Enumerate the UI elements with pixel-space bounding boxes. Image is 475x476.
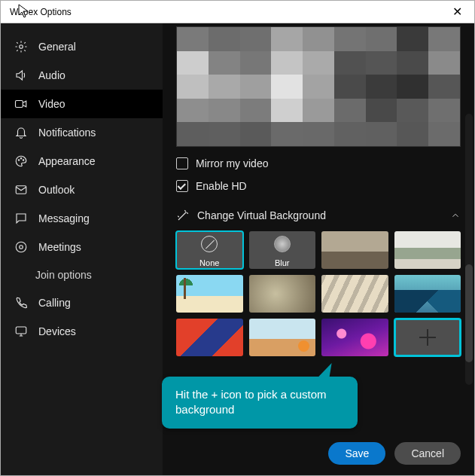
- sidebar-item-audio[interactable]: Audio: [1, 61, 163, 90]
- sidebar-item-label: Outlook: [38, 184, 75, 196]
- tile-caption: None: [176, 258, 243, 267]
- scrollbar[interactable]: [465, 114, 473, 385]
- dialog-footer: Save Cancel: [328, 442, 461, 465]
- sidebar-item-label: Video: [38, 98, 65, 110]
- bg-tile-abstract-red[interactable]: [176, 319, 243, 356]
- palette-icon: [14, 154, 28, 168]
- sidebar-item-label: Devices: [38, 325, 76, 337]
- bg-tile-none[interactable]: None: [176, 231, 243, 269]
- sidebar-item-label: General: [38, 41, 76, 53]
- options-window: Webex Options ✕ General Audio Video Noti…: [0, 0, 475, 476]
- bg-tile-soft-blur[interactable]: [249, 275, 316, 313]
- window-close-button[interactable]: ✕: [448, 5, 467, 19]
- sidebar-item-meetings[interactable]: Meetings: [1, 233, 163, 261]
- svg-point-0: [20, 45, 23, 49]
- sidebar-item-join-options[interactable]: Join options: [1, 261, 163, 288]
- svg-rect-1: [16, 101, 23, 108]
- mirror-video-option[interactable]: Mirror my video: [176, 157, 461, 169]
- sidebar-item-label: Audio: [38, 69, 65, 81]
- mail-icon: [14, 183, 28, 197]
- sidebar-item-appearance[interactable]: Appearance: [1, 147, 163, 175]
- plus-icon: [419, 329, 436, 346]
- bg-tile-add-custom[interactable]: [394, 319, 461, 356]
- sidebar-item-notifications[interactable]: Notifications: [1, 118, 163, 147]
- video-preview: [176, 26, 461, 147]
- mirror-video-label: Mirror my video: [196, 157, 268, 169]
- sidebar-item-outlook[interactable]: Outlook: [1, 175, 163, 204]
- svg-point-2: [18, 160, 20, 161]
- svg-rect-5: [16, 186, 26, 194]
- titlebar: Webex Options ✕: [1, 1, 474, 23]
- chat-icon: [14, 212, 28, 225]
- sidebar-item-label: Messaging: [38, 212, 90, 224]
- meetings-icon: [14, 240, 28, 254]
- monitor-icon: [14, 325, 28, 338]
- bg-tile-window-light[interactable]: [321, 275, 388, 313]
- bg-tile-mountains[interactable]: [394, 275, 461, 313]
- svg-point-6: [16, 242, 26, 252]
- svg-point-7: [20, 246, 23, 249]
- enable-hd-label: Enable HD: [196, 180, 247, 192]
- sidebar-item-label: Meetings: [38, 241, 81, 253]
- sidebar-item-messaging[interactable]: Messaging: [1, 204, 163, 233]
- enable-hd-option[interactable]: Enable HD: [176, 180, 461, 192]
- bg-tile-beach[interactable]: [176, 275, 243, 313]
- sidebar-item-label: Appearance: [38, 155, 96, 167]
- sidebar-item-video[interactable]: Video: [1, 90, 163, 118]
- cancel-button[interactable]: Cancel: [394, 442, 461, 465]
- bg-tile-office[interactable]: [321, 231, 388, 269]
- cursor-icon: [18, 4, 30, 22]
- phone-icon: [14, 296, 28, 310]
- none-icon: [201, 236, 218, 252]
- checkbox-icon[interactable]: [176, 180, 188, 192]
- tooltip-callout: Hit the + icon to pick a custom backgrou…: [162, 377, 358, 429]
- sidebar-item-label: Calling: [38, 297, 71, 309]
- bell-icon: [14, 126, 28, 139]
- tile-caption: Blur: [249, 258, 316, 267]
- virtual-background-header[interactable]: Change Virtual Background: [176, 209, 461, 228]
- section-label: Change Virtual Background: [197, 209, 326, 221]
- callout-text: Hit the + icon to pick a custom backgrou…: [175, 388, 327, 416]
- svg-point-4: [23, 160, 24, 161]
- pixelated-preview: [176, 26, 461, 147]
- svg-rect-8: [16, 327, 26, 334]
- sidebar-item-general[interactable]: General: [1, 32, 163, 61]
- background-grid: None Blur: [176, 231, 461, 356]
- gear-icon: [14, 40, 28, 53]
- sidebar: General Audio Video Notifications Appear…: [1, 23, 163, 475]
- svg-point-3: [20, 158, 22, 160]
- speaker-icon: [14, 69, 28, 82]
- bg-tile-3d-room[interactable]: [249, 319, 316, 356]
- sidebar-item-calling[interactable]: Calling: [1, 288, 163, 317]
- bg-tile-blur[interactable]: Blur: [249, 231, 316, 269]
- sidebar-item-label: Notifications: [38, 127, 96, 139]
- bg-tile-space[interactable]: [321, 319, 388, 356]
- video-icon: [14, 97, 28, 111]
- scrollbar-thumb[interactable]: [465, 264, 473, 362]
- bg-tile-living-room[interactable]: [394, 231, 461, 269]
- save-button[interactable]: Save: [328, 442, 385, 465]
- wand-icon: [176, 209, 190, 222]
- blur-icon: [274, 236, 291, 252]
- sidebar-item-label: Join options: [35, 269, 92, 281]
- checkbox-icon[interactable]: [176, 157, 188, 169]
- chevron-up-icon: [450, 210, 461, 221]
- sidebar-item-devices[interactable]: Devices: [1, 317, 163, 346]
